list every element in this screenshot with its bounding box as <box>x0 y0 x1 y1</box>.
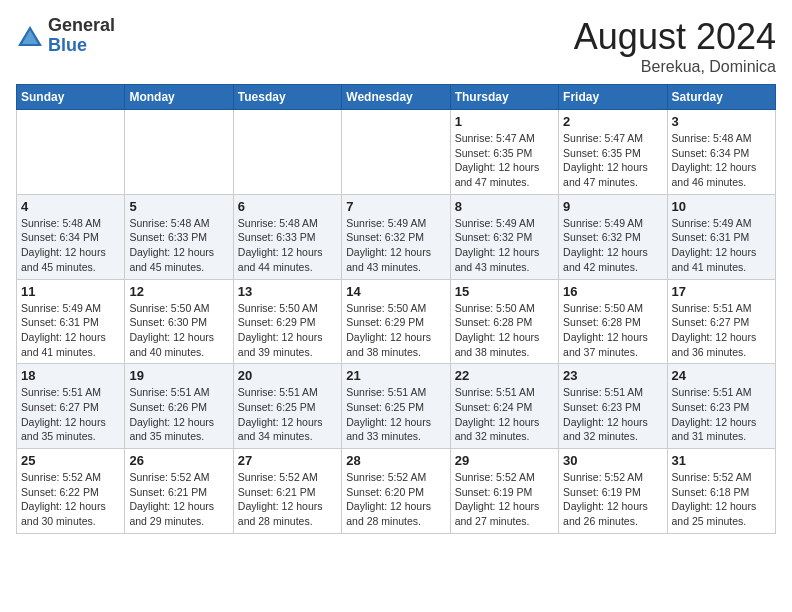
calendar-cell: 22Sunrise: 5:51 AM Sunset: 6:24 PM Dayli… <box>450 364 558 449</box>
calendar-cell: 10Sunrise: 5:49 AM Sunset: 6:31 PM Dayli… <box>667 194 775 279</box>
calendar-week-row: 4Sunrise: 5:48 AM Sunset: 6:34 PM Daylig… <box>17 194 776 279</box>
day-number: 23 <box>563 368 662 383</box>
day-info: Sunrise: 5:51 AM Sunset: 6:25 PM Dayligh… <box>238 385 337 444</box>
day-info: Sunrise: 5:48 AM Sunset: 6:33 PM Dayligh… <box>238 216 337 275</box>
day-info: Sunrise: 5:50 AM Sunset: 6:28 PM Dayligh… <box>563 301 662 360</box>
day-info: Sunrise: 5:51 AM Sunset: 6:23 PM Dayligh… <box>563 385 662 444</box>
calendar-cell <box>342 110 450 195</box>
day-info: Sunrise: 5:49 AM Sunset: 6:31 PM Dayligh… <box>21 301 120 360</box>
day-info: Sunrise: 5:52 AM Sunset: 6:20 PM Dayligh… <box>346 470 445 529</box>
calendar-cell: 19Sunrise: 5:51 AM Sunset: 6:26 PM Dayli… <box>125 364 233 449</box>
day-info: Sunrise: 5:50 AM Sunset: 6:29 PM Dayligh… <box>346 301 445 360</box>
day-number: 16 <box>563 284 662 299</box>
day-number: 18 <box>21 368 120 383</box>
logo-icon <box>16 22 44 50</box>
day-number: 21 <box>346 368 445 383</box>
day-info: Sunrise: 5:50 AM Sunset: 6:30 PM Dayligh… <box>129 301 228 360</box>
calendar-cell: 2Sunrise: 5:47 AM Sunset: 6:35 PM Daylig… <box>559 110 667 195</box>
calendar-cell: 20Sunrise: 5:51 AM Sunset: 6:25 PM Dayli… <box>233 364 341 449</box>
calendar-cell: 4Sunrise: 5:48 AM Sunset: 6:34 PM Daylig… <box>17 194 125 279</box>
day-info: Sunrise: 5:50 AM Sunset: 6:28 PM Dayligh… <box>455 301 554 360</box>
day-number: 8 <box>455 199 554 214</box>
logo-general: General <box>48 16 115 36</box>
day-info: Sunrise: 5:51 AM Sunset: 6:24 PM Dayligh… <box>455 385 554 444</box>
day-info: Sunrise: 5:49 AM Sunset: 6:31 PM Dayligh… <box>672 216 771 275</box>
day-info: Sunrise: 5:52 AM Sunset: 6:22 PM Dayligh… <box>21 470 120 529</box>
day-info: Sunrise: 5:48 AM Sunset: 6:33 PM Dayligh… <box>129 216 228 275</box>
calendar-cell: 27Sunrise: 5:52 AM Sunset: 6:21 PM Dayli… <box>233 449 341 534</box>
calendar-cell: 17Sunrise: 5:51 AM Sunset: 6:27 PM Dayli… <box>667 279 775 364</box>
day-info: Sunrise: 5:52 AM Sunset: 6:21 PM Dayligh… <box>129 470 228 529</box>
weekday-header: Thursday <box>450 85 558 110</box>
calendar-cell: 30Sunrise: 5:52 AM Sunset: 6:19 PM Dayli… <box>559 449 667 534</box>
day-number: 2 <box>563 114 662 129</box>
calendar-cell: 18Sunrise: 5:51 AM Sunset: 6:27 PM Dayli… <box>17 364 125 449</box>
logo-blue: Blue <box>48 36 115 56</box>
calendar-cell <box>17 110 125 195</box>
day-info: Sunrise: 5:48 AM Sunset: 6:34 PM Dayligh… <box>672 131 771 190</box>
calendar-cell <box>233 110 341 195</box>
weekday-header: Friday <box>559 85 667 110</box>
title-block: August 2024 Berekua, Dominica <box>574 16 776 76</box>
calendar-cell: 24Sunrise: 5:51 AM Sunset: 6:23 PM Dayli… <box>667 364 775 449</box>
day-info: Sunrise: 5:51 AM Sunset: 6:27 PM Dayligh… <box>672 301 771 360</box>
weekday-header: Tuesday <box>233 85 341 110</box>
day-number: 5 <box>129 199 228 214</box>
day-info: Sunrise: 5:49 AM Sunset: 6:32 PM Dayligh… <box>346 216 445 275</box>
day-number: 27 <box>238 453 337 468</box>
day-number: 1 <box>455 114 554 129</box>
day-number: 4 <box>21 199 120 214</box>
day-number: 30 <box>563 453 662 468</box>
calendar-cell: 26Sunrise: 5:52 AM Sunset: 6:21 PM Dayli… <box>125 449 233 534</box>
day-info: Sunrise: 5:51 AM Sunset: 6:26 PM Dayligh… <box>129 385 228 444</box>
weekday-header: Saturday <box>667 85 775 110</box>
day-number: 31 <box>672 453 771 468</box>
calendar-week-row: 11Sunrise: 5:49 AM Sunset: 6:31 PM Dayli… <box>17 279 776 364</box>
day-number: 28 <box>346 453 445 468</box>
day-info: Sunrise: 5:51 AM Sunset: 6:25 PM Dayligh… <box>346 385 445 444</box>
location-subtitle: Berekua, Dominica <box>574 58 776 76</box>
calendar-cell: 6Sunrise: 5:48 AM Sunset: 6:33 PM Daylig… <box>233 194 341 279</box>
day-number: 26 <box>129 453 228 468</box>
day-number: 20 <box>238 368 337 383</box>
day-number: 15 <box>455 284 554 299</box>
calendar-header-row: SundayMondayTuesdayWednesdayThursdayFrid… <box>17 85 776 110</box>
page-header: General Blue August 2024 Berekua, Domini… <box>16 16 776 76</box>
day-number: 22 <box>455 368 554 383</box>
day-info: Sunrise: 5:52 AM Sunset: 6:18 PM Dayligh… <box>672 470 771 529</box>
calendar-cell: 31Sunrise: 5:52 AM Sunset: 6:18 PM Dayli… <box>667 449 775 534</box>
day-number: 11 <box>21 284 120 299</box>
day-number: 24 <box>672 368 771 383</box>
day-info: Sunrise: 5:48 AM Sunset: 6:34 PM Dayligh… <box>21 216 120 275</box>
calendar-cell: 11Sunrise: 5:49 AM Sunset: 6:31 PM Dayli… <box>17 279 125 364</box>
calendar-cell: 5Sunrise: 5:48 AM Sunset: 6:33 PM Daylig… <box>125 194 233 279</box>
day-number: 19 <box>129 368 228 383</box>
weekday-header: Monday <box>125 85 233 110</box>
day-number: 14 <box>346 284 445 299</box>
day-info: Sunrise: 5:52 AM Sunset: 6:21 PM Dayligh… <box>238 470 337 529</box>
calendar-cell: 1Sunrise: 5:47 AM Sunset: 6:35 PM Daylig… <box>450 110 558 195</box>
day-info: Sunrise: 5:52 AM Sunset: 6:19 PM Dayligh… <box>563 470 662 529</box>
day-number: 10 <box>672 199 771 214</box>
day-info: Sunrise: 5:47 AM Sunset: 6:35 PM Dayligh… <box>563 131 662 190</box>
calendar-cell: 8Sunrise: 5:49 AM Sunset: 6:32 PM Daylig… <box>450 194 558 279</box>
day-info: Sunrise: 5:51 AM Sunset: 6:23 PM Dayligh… <box>672 385 771 444</box>
day-info: Sunrise: 5:49 AM Sunset: 6:32 PM Dayligh… <box>455 216 554 275</box>
day-info: Sunrise: 5:52 AM Sunset: 6:19 PM Dayligh… <box>455 470 554 529</box>
calendar-table: SundayMondayTuesdayWednesdayThursdayFrid… <box>16 84 776 534</box>
day-info: Sunrise: 5:50 AM Sunset: 6:29 PM Dayligh… <box>238 301 337 360</box>
day-info: Sunrise: 5:51 AM Sunset: 6:27 PM Dayligh… <box>21 385 120 444</box>
weekday-header: Sunday <box>17 85 125 110</box>
day-info: Sunrise: 5:47 AM Sunset: 6:35 PM Dayligh… <box>455 131 554 190</box>
calendar-cell: 12Sunrise: 5:50 AM Sunset: 6:30 PM Dayli… <box>125 279 233 364</box>
day-number: 25 <box>21 453 120 468</box>
day-number: 29 <box>455 453 554 468</box>
calendar-cell: 28Sunrise: 5:52 AM Sunset: 6:20 PM Dayli… <box>342 449 450 534</box>
weekday-header: Wednesday <box>342 85 450 110</box>
day-number: 6 <box>238 199 337 214</box>
logo-text: General Blue <box>48 16 115 56</box>
calendar-cell: 21Sunrise: 5:51 AM Sunset: 6:25 PM Dayli… <box>342 364 450 449</box>
calendar-cell: 3Sunrise: 5:48 AM Sunset: 6:34 PM Daylig… <box>667 110 775 195</box>
day-info: Sunrise: 5:49 AM Sunset: 6:32 PM Dayligh… <box>563 216 662 275</box>
calendar-cell: 9Sunrise: 5:49 AM Sunset: 6:32 PM Daylig… <box>559 194 667 279</box>
